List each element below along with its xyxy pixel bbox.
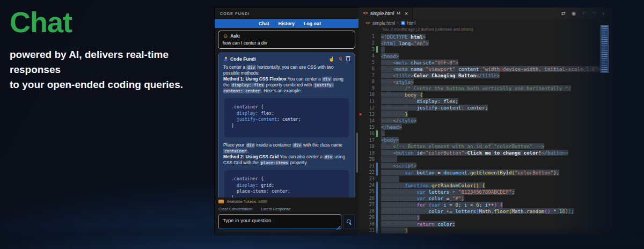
code-line: 28················color += letters[Math.… [358, 208, 612, 214]
line-number: 31 [358, 228, 375, 233]
question-input[interactable] [218, 214, 341, 229]
inline-code-chip: div [246, 143, 255, 148]
line-number: 7 [358, 72, 375, 78]
chat-tab-log-out[interactable]: Log out [304, 21, 321, 26]
tab-filename: simple.html [370, 11, 394, 16]
line-number: 29 [358, 215, 375, 220]
assistant-name: Code Fundi [230, 56, 256, 62]
latest-response-link[interactable]: Latest Response [261, 207, 290, 211]
delete-response-icon[interactable] [346, 57, 350, 61]
code-line: 24········function getRandomColor() { [358, 182, 612, 188]
thumbs-up-icon[interactable]: ☝ [328, 56, 334, 62]
git-blue-gutter-bar [376, 182, 378, 188]
line-number: 6 [358, 66, 375, 71]
code-line: 8····<style> [358, 78, 612, 85]
line-number: 23 [358, 176, 375, 181]
code-line: 23 [358, 175, 612, 182]
line-number: 17 [358, 137, 375, 143]
chat-scrollbar[interactable] [356, 133, 358, 173]
line-number: 20 [358, 157, 375, 162]
line-number: 27 [358, 202, 375, 207]
breadcrumb-file[interactable]: simple.html [372, 20, 395, 26]
code-line: 9········/* Center the button both verti… [358, 85, 612, 91]
html-file-icon: <> [365, 20, 370, 25]
line-number: 21 [358, 163, 375, 169]
breadcrumb-symbol[interactable]: html [407, 20, 416, 26]
git-green-gutter-bar [376, 130, 378, 137]
line-number: 18 [358, 144, 375, 149]
code-line: 13········} [358, 111, 612, 118]
marketing-screenshot: Chat powered by AI, delivers real-time r… [0, 0, 644, 249]
answer-paragraph: To center a div horizontally, you can us… [223, 64, 350, 94]
inline-code-chip: display: flex [231, 83, 265, 87]
code-line: 27············for (var i = 0; i < 6; i++… [358, 201, 612, 208]
line-number: 22 [358, 170, 375, 175]
code-line: 3 [358, 46, 612, 53]
chat-tab-chat[interactable]: Chat [259, 21, 269, 26]
editor-toolbar: ⇄◉↶↷◐ [561, 8, 612, 19]
code-line: 31········} [358, 227, 612, 233]
chat-footer: Available Tokens: 9600 Clear Conversatio… [215, 197, 358, 235]
clear-conversation-link[interactable]: Clear Conversation [218, 207, 252, 211]
git-blue-gutter-bar [376, 169, 378, 175]
git-green-gutter-bar [376, 46, 378, 53]
code-fundi-panel: CODE FUNDI ChatHistoryLog out ☺ Ask: how… [215, 8, 358, 235]
git-blue-gutter-bar [376, 201, 378, 208]
error-marker-icon [360, 113, 362, 116]
chat-conversation: ☺ Ask: how can I center a div Code Fundi… [215, 28, 358, 197]
minimap[interactable] [601, 25, 609, 73]
hero-subtitle-line2: to your open-ended coding queries. [10, 77, 214, 92]
tab-simple-html[interactable]: <> simple.html M × [358, 8, 413, 19]
code-line: 20 [358, 156, 612, 163]
hero-subtitle: powered by AI, delivers real-time respon… [10, 47, 214, 92]
code-line: 18····<!-- Button element with an id of … [358, 143, 612, 150]
inline-view-toggle-icon[interactable]: ◐ [602, 10, 605, 16]
line-number: 2 [358, 40, 375, 46]
breadcrumb: <> simple.html › html [358, 19, 612, 27]
answer-code-block: .container { display: grid; place-items:… [224, 170, 349, 197]
line-number: 26 [358, 195, 375, 201]
code-line: 16 [358, 130, 612, 137]
thumbs-down-icon[interactable]: ☟ [339, 56, 342, 62]
vscode-editor: <> simple.html M × ⇄◉↶↷◐ <> simple.html … [358, 8, 612, 235]
next-change-icon[interactable]: ↷ [592, 10, 596, 16]
line-number: 14 [358, 118, 375, 123]
ask-label: Ask: [230, 33, 240, 39]
line-number: 11 [358, 98, 375, 104]
close-icon[interactable]: × [405, 11, 408, 16]
inline-code-chip: container [223, 149, 247, 153]
git-blue-gutter-bar [376, 208, 378, 214]
html-symbol-icon [401, 21, 405, 25]
line-number: 5 [358, 60, 375, 65]
line-number: 24 [358, 182, 375, 188]
line-number: 28 [358, 208, 375, 214]
tokens-icon [218, 200, 224, 203]
send-question-button[interactable] [343, 214, 355, 229]
answer-paragraph: Place your div inside a container div wi… [223, 142, 350, 166]
code-line: 4<head> [358, 53, 612, 59]
code-line: 22········var button = document.getEleme… [358, 169, 612, 175]
code-line: 26············var color = "#"; [358, 195, 612, 201]
code-line: 29············} [358, 214, 612, 221]
code-line: 15</head> [358, 124, 612, 130]
git-blue-gutter-bar [376, 221, 378, 227]
toggle-blame-icon[interactable]: ◉ [572, 10, 576, 16]
chat-tabbar: ChatHistoryLog out [215, 19, 358, 28]
inline-code-chip: div [324, 155, 333, 159]
modified-badge: M [397, 11, 400, 16]
chat-links-row: Clear ConversationLatest Response [218, 207, 355, 211]
line-number: 25 [358, 189, 375, 194]
line-number: 9 [358, 85, 375, 91]
code-line: 14····</style> [358, 118, 612, 124]
previous-change-icon[interactable]: ↶ [582, 10, 586, 16]
git-blue-gutter-bar [376, 163, 378, 169]
chat-tab-history[interactable]: History [279, 21, 295, 26]
code-line: 11············display: flex; [358, 98, 612, 104]
code-line: 6····<meta name="viewport" content="widt… [358, 65, 612, 72]
editor-tab-bar: <> simple.html M × ⇄◉↶↷◐ [358, 8, 612, 19]
line-number: 8 [358, 79, 375, 84]
code-editor-area[interactable]: 1<!DOCTYPE html>2<html lang="en">34<head… [358, 33, 612, 233]
open-changes-icon[interactable]: ⇄ [561, 10, 566, 16]
line-number: 4 [358, 53, 375, 58]
code-line: 19····<button id="colorButton">Click me … [358, 150, 612, 156]
